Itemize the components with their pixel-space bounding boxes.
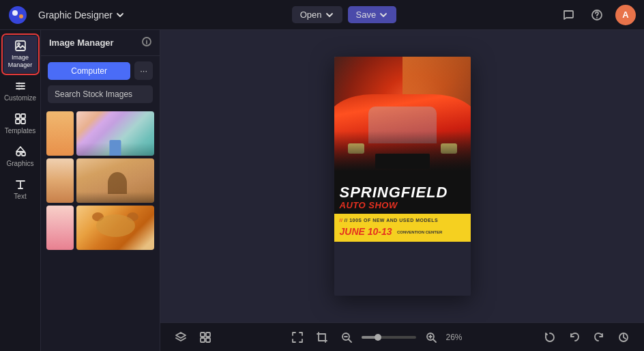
avatar-label: A (622, 10, 628, 20)
zoom-percent-label: 26% (446, 333, 468, 342)
save-label: Save (356, 10, 377, 20)
undo-button[interactable] (565, 328, 584, 347)
svg-rect-4 (16, 41, 25, 51)
poster-venue: CONVENTION CENTER (397, 230, 442, 234)
fit-view-button[interactable] (288, 328, 307, 347)
sidebar-item-label-customize: Customize (4, 94, 36, 102)
chat-icon (562, 9, 574, 21)
svg-marker-25 (176, 333, 186, 338)
topbar-left: Graphic Designer (8, 5, 130, 25)
layers-icon (175, 331, 187, 343)
image-row-1 (46, 111, 154, 156)
list-item[interactable] (46, 206, 74, 250)
chevron-down-icon-save (379, 10, 388, 20)
svg-rect-14 (16, 120, 20, 124)
sidebar-item-graphics[interactable]: Graphics (3, 141, 38, 171)
history-button[interactable] (540, 328, 559, 347)
poster-slashes: // (340, 218, 345, 223)
svg-rect-15 (21, 120, 25, 124)
time-history-button[interactable] (614, 328, 633, 347)
open-button[interactable]: Open (292, 6, 342, 23)
svg-point-2 (19, 14, 23, 18)
car-detail (334, 131, 471, 181)
topbar: Graphic Designer Open Save A (0, 0, 644, 30)
zoom-in-button[interactable] (422, 328, 441, 347)
poster-yellow-section: // // 100S OF NEW AND USED MODELS JUNE 1… (334, 214, 471, 242)
app-title-button[interactable]: Graphic Designer (33, 7, 130, 23)
redo-button[interactable] (589, 328, 609, 347)
panel-sidebar: Image Manager Computer ··· Search Stock … (41, 30, 160, 351)
svg-line-36 (433, 339, 436, 342)
image-icon (14, 40, 27, 52)
list-item[interactable] (46, 158, 74, 203)
icon-sidebar: ImageManager Customize Templates (0, 30, 41, 351)
grid-view-button[interactable] (196, 328, 215, 347)
sidebar-item-templates[interactable]: Templates (3, 109, 38, 139)
panel-header: Image Manager (41, 30, 160, 56)
zoom-slider-container (362, 336, 416, 339)
topbar-right: A (558, 5, 636, 25)
list-item[interactable] (46, 111, 74, 156)
help-icon (591, 9, 603, 21)
zoom-out-button[interactable] (337, 328, 356, 347)
svg-rect-12 (16, 114, 20, 118)
clock-icon (617, 331, 630, 343)
toolbar-left-group (171, 328, 215, 347)
svg-rect-29 (206, 338, 210, 342)
poster-canvas: SPRINGFIELD AUTO SHOW // // 100S OF NEW … (334, 57, 471, 296)
crop-button[interactable] (312, 328, 332, 347)
svg-rect-13 (21, 114, 25, 118)
zoom-slider[interactable] (362, 336, 416, 339)
panel-title: Image Manager (49, 38, 114, 48)
layers-button[interactable] (171, 328, 190, 347)
svg-point-11 (18, 87, 20, 89)
more-options-button[interactable]: ··· (134, 61, 153, 80)
toolbar-center-group: 26% (288, 328, 468, 347)
save-button[interactable]: Save (348, 6, 397, 23)
sidebar-item-text[interactable]: Text (3, 174, 38, 204)
info-icon (142, 37, 151, 46)
list-item[interactable] (76, 206, 154, 250)
more-options-label: ··· (140, 66, 147, 76)
redo-icon (593, 331, 605, 343)
sidebar-item-customize[interactable]: Customize (3, 76, 38, 106)
svg-marker-17 (16, 147, 25, 152)
list-item[interactable] (76, 158, 154, 203)
avatar-button[interactable]: A (615, 5, 636, 25)
svg-point-24 (146, 40, 147, 40)
computer-button[interactable]: Computer (48, 62, 130, 80)
search-stock-button[interactable]: Search Stock Images (48, 85, 153, 103)
svg-rect-18 (22, 152, 25, 156)
svg-point-5 (18, 43, 20, 45)
panel-actions: Computer ··· (41, 56, 160, 85)
poster-title-line2: AUTO SHOW (340, 200, 465, 210)
poster-date-line: JUNE 10-13 CONVENTION CENTER (340, 225, 465, 238)
info-icon-button[interactable] (142, 37, 151, 48)
fit-view-icon (291, 331, 304, 343)
zoom-in-icon (425, 331, 437, 343)
svg-rect-28 (201, 338, 205, 342)
undo-icon (568, 331, 581, 343)
svg-point-0 (9, 6, 27, 24)
list-item[interactable] (76, 111, 154, 156)
image-row-3 (46, 206, 154, 250)
canvas-workspace[interactable]: SPRINGFIELD AUTO SHOW // // 100S OF NEW … (160, 30, 644, 322)
sidebar-item-image-manager[interactable]: ImageManager (3, 36, 38, 73)
svg-rect-27 (206, 333, 210, 337)
svg-line-32 (349, 339, 351, 342)
zoom-out-icon (340, 331, 353, 343)
svg-point-10 (20, 85, 23, 87)
zoom-slider-thumb[interactable] (375, 334, 381, 341)
svg-point-9 (18, 82, 20, 84)
crop-icon (316, 331, 328, 343)
templates-icon (14, 113, 27, 125)
topbar-center: Open Save (292, 6, 396, 23)
grid-view-icon (199, 331, 211, 343)
customize-icon (14, 80, 27, 92)
canvas-area: SPRINGFIELD AUTO SHOW // // 100S OF NEW … (160, 30, 644, 351)
poster-date: JUNE 10-13 (340, 226, 392, 237)
app-title-label: Graphic Designer (38, 10, 113, 20)
chat-icon-button[interactable] (558, 5, 579, 25)
sidebar-item-label-templates: Templates (5, 127, 36, 135)
help-icon-button[interactable] (587, 5, 607, 25)
